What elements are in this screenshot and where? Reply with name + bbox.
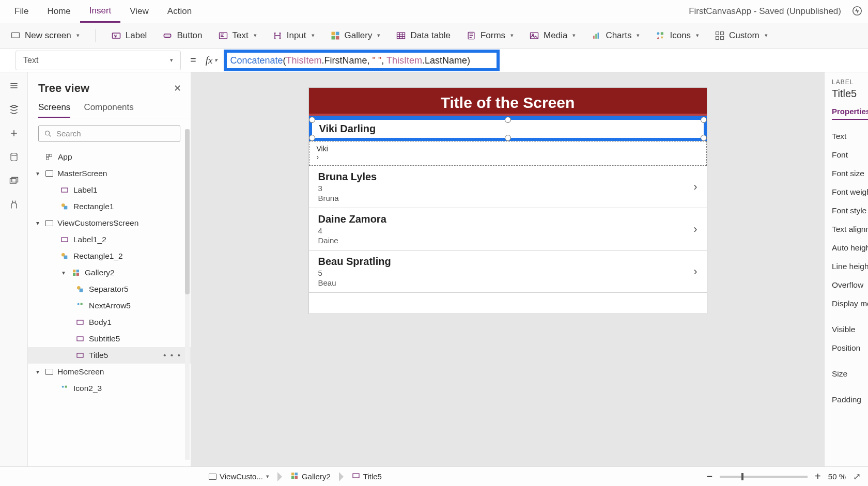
tree-node-title5[interactable]: Title5• • •	[28, 347, 191, 364]
screen-preview[interactable]: Title of the Screen Viki Darling Viki › …	[309, 88, 707, 313]
prop-overflow[interactable]: Overflow	[832, 276, 868, 294]
svg-rect-49	[295, 473, 298, 475]
custom-button[interactable]: Custom▾	[715, 30, 768, 41]
chevron-right-icon[interactable]: ›	[317, 153, 319, 161]
crumb-screen[interactable]: ViewCusto... ▾	[204, 470, 274, 483]
icons-button[interactable]: Icons▾	[655, 30, 699, 41]
svg-rect-29	[61, 188, 68, 192]
gallery-template-row[interactable]: Viki ›	[309, 141, 707, 166]
gallery-item-selected[interactable]: Viki Darling	[309, 116, 707, 141]
chevron-right-icon[interactable]: ›	[693, 265, 697, 278]
data-icon[interactable]	[8, 151, 20, 163]
svg-rect-42	[81, 303, 83, 305]
shape-icon	[60, 252, 69, 261]
menu-home[interactable]: Home	[38, 1, 80, 22]
svg-rect-1	[12, 33, 20, 38]
gallery-item-title: Bruna Lyles	[318, 171, 698, 183]
tree-node-rectangle1-2[interactable]: Rectangle1_2	[28, 248, 191, 264]
tree-node-icon2-3[interactable]: Icon2_3	[28, 380, 191, 397]
prop-font-size[interactable]: Font size	[832, 164, 868, 183]
gallery-item[interactable]: Daine Zamora 4 Daine ›	[309, 208, 707, 250]
hamburger-icon[interactable]	[8, 80, 20, 92]
svg-rect-45	[77, 353, 83, 357]
tree-search-input[interactable]: Search	[38, 126, 180, 142]
tree-scrollbar[interactable]	[185, 129, 190, 460]
tree-node-gallery2[interactable]: ▾Gallery2	[28, 264, 191, 281]
crumb-title[interactable]: Title5	[347, 469, 387, 483]
tree-node-nextarrow5[interactable]: NextArrow5	[28, 297, 191, 314]
prop-font-style[interactable]: Font style	[832, 201, 868, 220]
screen-title-label[interactable]: Title of the Screen	[309, 88, 707, 114]
props-tab-properties[interactable]: Properties	[832, 107, 868, 120]
prop-padding[interactable]: Padding	[832, 390, 868, 409]
menu-file[interactable]: File	[5, 1, 38, 22]
svg-rect-17	[661, 32, 663, 35]
media-button[interactable]: Media▾	[529, 30, 576, 41]
input-label: Input	[287, 30, 306, 41]
tree-node-label1-2[interactable]: Label1_2	[28, 231, 191, 248]
prop-text[interactable]: Text	[832, 127, 868, 146]
menu-insert[interactable]: Insert	[80, 1, 121, 23]
tree-node-rectangle1[interactable]: Rectangle1	[28, 198, 191, 215]
data-table-button[interactable]: Data table	[396, 30, 451, 41]
prop-font[interactable]: Font	[832, 146, 868, 164]
close-icon[interactable]: ✕	[174, 83, 181, 94]
tree-node-app[interactable]: App	[28, 149, 191, 165]
formula-input[interactable]: Concatenate(ThisItem.FirstName, " ", Thi…	[230, 55, 493, 66]
zoom-out-button[interactable]: −	[706, 471, 712, 482]
tree-node-subtitle5[interactable]: Subtitle5	[28, 331, 191, 347]
tree-node-label1[interactable]: Label1	[28, 182, 191, 198]
fx-label[interactable]: fx ▾	[206, 55, 218, 66]
gallery-item-title[interactable]: Viki Darling	[319, 123, 696, 135]
forms-button[interactable]: Forms▾	[466, 30, 514, 41]
prop-auto-height[interactable]: Auto height	[832, 239, 868, 257]
tree-node-homescreen[interactable]: ▾HomeScreen	[28, 364, 191, 380]
label-button[interactable]: Label	[111, 30, 147, 41]
tree-view-icon[interactable]	[8, 103, 20, 116]
property-selector[interactable]: Text ▾	[16, 51, 181, 70]
gallery-item[interactable]: Bruna Lyles 3 Bruna ›	[309, 166, 707, 208]
input-button[interactable]: Input▾	[272, 30, 315, 41]
media-rail-icon[interactable]	[8, 175, 20, 187]
new-screen-button[interactable]: New screen▾	[10, 30, 80, 41]
gallery-button[interactable]: Gallery▾	[330, 30, 381, 41]
tools-icon[interactable]	[8, 198, 20, 211]
zoom-slider[interactable]	[720, 476, 808, 478]
label-label: Label	[126, 30, 147, 41]
prop-visible[interactable]: Visible	[832, 320, 868, 339]
prop-font-weight[interactable]: Font weight	[832, 183, 868, 201]
canvas-area[interactable]: Title of the Screen Viki Darling Viki › …	[191, 72, 824, 466]
text-button[interactable]: Text▾	[218, 30, 257, 41]
prop-display-mode[interactable]: Display mod	[832, 294, 868, 313]
prop-position[interactable]: Position	[832, 339, 868, 357]
gallery-item-body: Bruna	[318, 194, 698, 202]
tree-node-masterscreen[interactable]: ▾MasterScreen	[28, 165, 191, 182]
prop-text-align[interactable]: Text alignme	[832, 220, 868, 239]
health-icon[interactable]	[851, 5, 863, 18]
tree-node-separator5[interactable]: Separator5	[28, 281, 191, 297]
menu-action[interactable]: Action	[158, 1, 201, 22]
button-button[interactable]: Button	[162, 30, 202, 41]
prop-line-height[interactable]: Line height	[832, 257, 868, 276]
tree-node-body1[interactable]: Body1	[28, 314, 191, 331]
svg-rect-24	[11, 177, 18, 182]
chevron-right-icon[interactable]: ›	[693, 180, 697, 194]
status-bar: ViewCusto... ▾ Gallery2 Title5 − + 50 % …	[0, 466, 868, 486]
gallery-item-body[interactable]: Viki	[317, 145, 699, 153]
tab-components[interactable]: Components	[84, 102, 133, 118]
menu-view[interactable]: View	[120, 1, 158, 22]
chevron-right-icon[interactable]: ›	[693, 223, 697, 236]
gallery-item-title: Daine Zamora	[318, 213, 698, 225]
tab-screens[interactable]: Screens	[38, 102, 70, 118]
charts-button[interactable]: Charts▾	[591, 30, 640, 41]
shape-icon	[75, 285, 85, 294]
prop-size[interactable]: Size	[832, 365, 868, 383]
svg-rect-31	[64, 206, 68, 210]
gallery-item[interactable]: Beau Spratling 5 Beau ›	[309, 250, 707, 293]
add-icon[interactable]	[8, 127, 20, 139]
expand-icon[interactable]: ⤢	[853, 471, 861, 482]
tree-node-viewcustomersscreen[interactable]: ▾ViewCustomersScreen	[28, 215, 191, 231]
zoom-in-button[interactable]: +	[815, 471, 821, 482]
crumb-gallery[interactable]: Gallery2	[285, 469, 336, 483]
more-icon[interactable]: • • •	[163, 351, 188, 360]
